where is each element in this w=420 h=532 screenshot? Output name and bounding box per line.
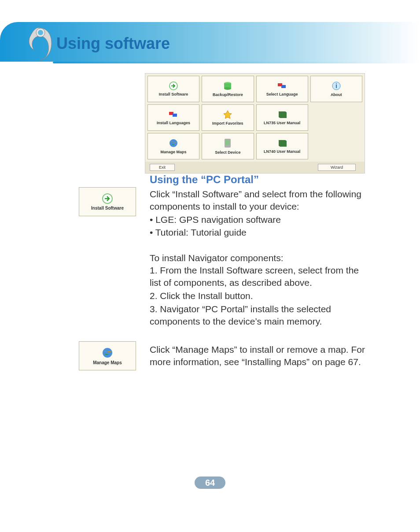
device-icon — [223, 138, 232, 148]
flags-icon — [277, 81, 287, 90]
tile-label: Backup/Restore — [213, 92, 243, 97]
portal-grid: Install Software Backup/Restore Select L… — [145, 74, 365, 162]
ln735-manual-tile[interactable]: LN735 User Manual — [256, 104, 308, 131]
tile-label: Install Software — [159, 92, 188, 96]
portal-footer: Exit Wizard — [145, 162, 365, 173]
import-favorites-tile[interactable]: Import Favorites — [202, 104, 254, 131]
step-3: 3. Navigator “PC Portal” installs the se… — [150, 303, 370, 328]
intro-text: Click “Install Software” and select from… — [150, 188, 370, 213]
empty-tile — [310, 104, 362, 131]
tile-label: LN735 User Manual — [264, 121, 300, 125]
subhead: To install Navigator components: — [150, 252, 370, 264]
page-number-badge: 64 — [195, 477, 225, 489]
select-device-tile[interactable]: Select Device — [202, 133, 254, 159]
svg-point-16 — [103, 348, 112, 358]
step-1: 1. From the Install Software screen, sel… — [150, 264, 370, 289]
maps-text: Click “Manage Maps” to install or remove… — [150, 344, 370, 369]
tile-label: Install Languages — [157, 121, 190, 125]
globe-icon — [169, 138, 178, 148]
section-heading: Using the “PC Portal” — [150, 174, 259, 186]
backup-icon — [223, 81, 232, 91]
svg-rect-14 — [225, 140, 230, 145]
tile-label: LN740 User Manual — [264, 149, 300, 154]
book-icon — [277, 110, 287, 119]
svg-rect-11 — [173, 114, 177, 117]
arrow-right-icon — [101, 193, 114, 204]
wizard-button[interactable]: Wizard — [318, 164, 356, 171]
svg-point-5 — [224, 87, 231, 90]
book-icon — [277, 139, 287, 148]
header-swirl-icon — [23, 26, 54, 70]
svg-point-12 — [169, 139, 177, 147]
svg-text:i: i — [335, 82, 337, 89]
flags-icon — [168, 110, 179, 119]
manage-maps-side-tile: Manage Maps — [79, 341, 136, 370]
install-software-tile[interactable]: Install Software — [147, 76, 199, 102]
about-tile[interactable]: i About — [310, 76, 362, 102]
manage-maps-tile[interactable]: Manage Maps — [147, 133, 199, 159]
side-tile-label: Manage Maps — [93, 360, 122, 365]
install-software-side-tile: Install Software — [79, 187, 136, 216]
info-icon: i — [332, 81, 341, 91]
backup-restore-tile[interactable]: Backup/Restore — [202, 76, 254, 102]
bullet-1: • LGE: GPS navigation software — [150, 214, 370, 226]
empty-tile — [310, 133, 362, 159]
tile-label: Manage Maps — [161, 150, 187, 154]
tile-label: Select Device — [215, 150, 240, 155]
pc-portal-panel: Install Software Backup/Restore Select L… — [145, 73, 365, 174]
globe-icon — [102, 347, 113, 358]
tile-label: Import Favorites — [212, 121, 243, 126]
install-languages-tile[interactable]: Install Languages — [147, 104, 199, 131]
svg-rect-7 — [281, 85, 286, 88]
bullet-2: • Tutorial: Tutorial guide — [150, 226, 370, 239]
title-underline — [53, 62, 418, 63]
tile-label: About — [331, 92, 342, 97]
star-icon — [223, 110, 232, 119]
page-title: Using software — [56, 34, 170, 53]
select-language-tile[interactable]: Select Language — [256, 76, 308, 102]
exit-button[interactable]: Exit — [150, 164, 175, 171]
side-tile-label: Install Software — [91, 206, 124, 211]
ln740-manual-tile[interactable]: LN740 User Manual — [256, 133, 308, 159]
svg-point-1 — [38, 30, 43, 35]
tile-label: Select Language — [266, 92, 298, 96]
step-2: 2. Click the Install button. — [150, 290, 370, 302]
arrow-right-icon — [168, 81, 179, 90]
